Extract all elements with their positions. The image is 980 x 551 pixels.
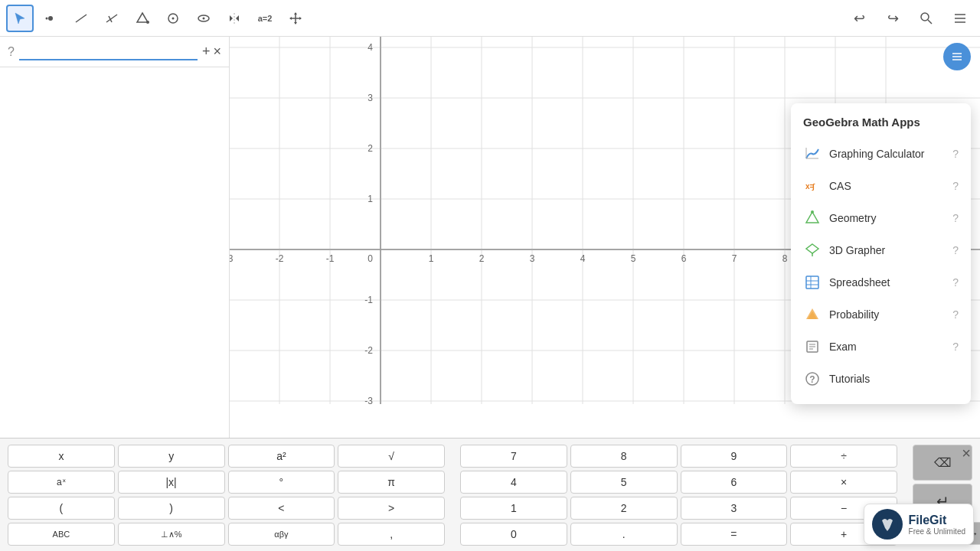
geometry-label: Geometry <box>829 212 945 224</box>
key-equals[interactable]: = <box>681 523 788 546</box>
key-degree[interactable]: ° <box>228 471 335 494</box>
menu-item-spreadsheet[interactable]: Spreadsheet ? <box>791 266 971 298</box>
key-x[interactable]: x <box>8 445 115 468</box>
svg-point-1 <box>46 17 48 19</box>
key-decimal[interactable]: . <box>570 523 678 546</box>
svg-text:-1: -1 <box>326 253 335 264</box>
hamburger-menu-button[interactable] <box>946 5 974 32</box>
svg-line-21 <box>928 20 932 24</box>
svg-rect-91 <box>806 276 818 289</box>
tool-point[interactable] <box>37 5 64 32</box>
key-greater-than[interactable]: > <box>338 497 445 520</box>
key-less-than[interactable]: < <box>228 497 335 520</box>
menu-item-tutorials[interactable]: ? Tutorials <box>791 363 971 395</box>
svg-marker-89 <box>806 244 818 253</box>
tool-circle[interactable] <box>159 5 187 32</box>
keyboard-numbers-section: 7 8 9 ÷ 4 5 6 × 1 2 3 − 0 . = + <box>460 445 897 545</box>
close-expression-button[interactable]: × <box>213 44 221 60</box>
svg-point-8 <box>172 17 175 19</box>
left-panel-header: ? + × <box>0 37 229 67</box>
key-left-paren[interactable]: ( <box>8 497 115 520</box>
filegit-name: FileGit <box>909 514 965 527</box>
svg-text:2: 2 <box>479 253 485 264</box>
svg-text:1: 1 <box>429 253 434 264</box>
key-3[interactable]: 3 <box>681 497 788 520</box>
menu-item-geometry[interactable]: Geometry ? <box>791 202 971 234</box>
tool-line[interactable] <box>67 5 95 32</box>
spreadsheet-help[interactable]: ? <box>952 276 959 289</box>
key-pi[interactable]: π <box>338 471 445 494</box>
keyboard-symbols-section: x y a² √ aˣ |x| ° π ( ) < > ABC ⊥∧% αβγ <box>8 445 445 545</box>
filegit-text: FileGit Free & Unlimited <box>909 514 965 536</box>
key-0[interactable]: 0 <box>460 523 567 546</box>
key-a-squared[interactable]: a² <box>228 445 335 468</box>
svg-text:3: 3 <box>368 93 373 103</box>
graphing-calculator-label: Graphing Calculator <box>829 148 945 160</box>
key-divide[interactable]: ÷ <box>790 445 897 468</box>
geometry-help[interactable]: ? <box>952 212 959 224</box>
key-4[interactable]: 4 <box>460 471 567 494</box>
key-7[interactable]: 7 <box>460 445 567 468</box>
probability-help[interactable]: ? <box>952 308 959 321</box>
svg-text:-1: -1 <box>364 295 373 305</box>
probability-icon <box>803 305 822 324</box>
key-logic[interactable]: ⊥∧% <box>118 523 225 546</box>
key-greek[interactable]: αβγ <box>228 523 335 546</box>
redo-button[interactable]: ↪ <box>879 5 906 32</box>
svg-marker-19 <box>299 17 302 20</box>
key-sqrt[interactable]: √ <box>338 445 445 468</box>
key-ax[interactable]: aˣ <box>8 471 115 494</box>
menu-item-exam[interactable]: Exam ? <box>791 331 971 363</box>
key-2[interactable]: 2 <box>570 497 678 520</box>
tool-reflect[interactable] <box>220 5 248 32</box>
key-8[interactable]: 8 <box>570 445 678 468</box>
key-multiply[interactable]: × <box>790 471 897 494</box>
key-6[interactable]: 6 <box>681 471 788 494</box>
key-5[interactable]: 5 <box>570 471 678 494</box>
cas-help[interactable]: ? <box>952 180 959 192</box>
menu-item-graphing[interactable]: Graphing Calculator ? <box>791 138 971 170</box>
menu-item-probability[interactable]: Probability ? <box>791 298 971 331</box>
help-icon[interactable]: ? <box>8 45 15 59</box>
tool-polygon[interactable] <box>129 5 156 32</box>
tool-perp[interactable] <box>98 5 126 32</box>
key-abs[interactable]: |x| <box>118 471 225 494</box>
svg-marker-13 <box>236 15 239 21</box>
search-button[interactable] <box>913 5 940 32</box>
svg-text:0: 0 <box>368 253 373 264</box>
svg-marker-5 <box>137 13 148 22</box>
svg-marker-18 <box>289 17 292 20</box>
key-abc[interactable]: ABC <box>8 523 115 546</box>
exam-help[interactable]: ? <box>952 341 959 353</box>
svg-text:4: 4 <box>368 42 373 53</box>
svg-text:-3: -3 <box>364 396 373 406</box>
graphing-calculator-help[interactable]: ? <box>952 148 959 160</box>
menu-item-cas[interactable]: x=∫ CAS ? <box>791 170 971 202</box>
svg-text:6: 6 <box>681 253 687 264</box>
key-9[interactable]: 9 <box>681 445 788 468</box>
add-expression-button[interactable]: + <box>202 44 211 60</box>
3d-grapher-icon <box>803 241 822 259</box>
graph-style-button[interactable] <box>943 43 971 70</box>
menu-item-3d[interactable]: 3D Grapher ? <box>791 234 971 266</box>
tool-move[interactable] <box>282 5 309 32</box>
keyboard-close-button[interactable]: × <box>962 445 971 462</box>
tool-select[interactable] <box>6 5 34 32</box>
svg-text:-2: -2 <box>364 345 373 356</box>
key-comma[interactable]: , <box>338 523 445 546</box>
kb-numrow-1: 7 8 9 ÷ <box>460 445 897 468</box>
key-1[interactable]: 1 <box>460 497 567 520</box>
probability-label: Probability <box>829 308 945 321</box>
key-y[interactable]: y <box>118 445 225 468</box>
kb-row-4: ABC ⊥∧% αβγ , <box>8 523 445 546</box>
graphing-calculator-icon <box>803 145 822 163</box>
svg-text:∫: ∫ <box>812 182 815 191</box>
expression-input[interactable] <box>19 43 198 60</box>
3d-grapher-help[interactable]: ? <box>952 244 959 256</box>
tool-ellipse[interactable] <box>190 5 217 32</box>
exam-label: Exam <box>829 341 945 353</box>
tool-angle-input[interactable]: a=2 <box>251 5 279 32</box>
key-right-paren[interactable]: ) <box>118 497 225 520</box>
svg-text:4: 4 <box>580 253 586 264</box>
undo-button[interactable]: ↩ <box>845 5 873 32</box>
